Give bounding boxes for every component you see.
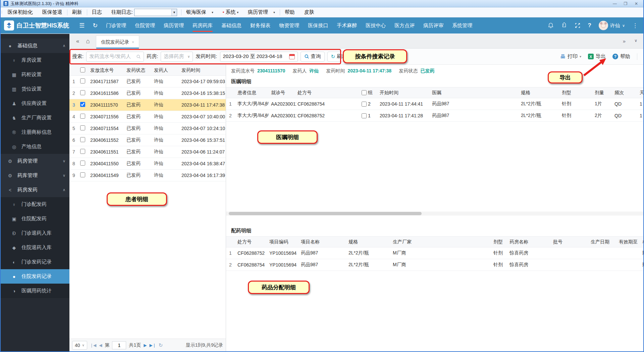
more-tabs-icon[interactable]: » [623,38,626,44]
sidebar-item-manufacturer[interactable]: ♞生产厂商设置 [1,111,69,125]
menu-log[interactable]: 日志 [87,7,107,17]
row-checkbox[interactable] [80,161,85,166]
nav-item-materials[interactable]: 物资管理 [275,17,304,34]
last-page-button[interactable]: ▶❘ [149,343,156,348]
menu-yibao-signout[interactable]: 医保签退 [38,7,67,17]
first-page-button[interactable]: ❘◀ [90,343,96,348]
menu-skin[interactable]: 皮肤 [300,7,319,17]
row-checkbox[interactable] [80,125,85,130]
row-checkbox[interactable] [80,90,85,95]
order-row-checkbox[interactable] [362,102,367,107]
location-icon: ◎ [11,144,17,150]
dispense-row[interactable]: 2 CF06288754 YP10015694 药品987 2L*2片/瓶 M厂… [226,259,643,271]
title-bar: 玉林测试医院(2.1.33) - 许仙 精神科 — ❐ ✕ [1,0,643,7]
nav-item-medrecord[interactable]: 病历管理 [159,17,188,34]
sidebar-group-storehouse-mgmt[interactable]: ⚙药库管理∨ [1,168,69,183]
table-row[interactable]: 923040411549已发药许仙2023-04-04 16:17:39 [69,170,226,181]
tab-list-icon[interactable]: ∨ [634,38,637,44]
maximize-button[interactable]: ❐ [621,1,630,6]
row-checkbox[interactable] [80,102,85,107]
menu-refresh[interactable]: 刷新 [67,7,87,17]
next-page-button[interactable]: ▶ [144,343,147,348]
prev-page-button[interactable]: ◀ [99,343,102,348]
nav-item-inpatient[interactable]: 住院管理 [130,17,159,34]
order-row[interactable]: 1 李大大/男/84岁 AA20230011 CF06288754 2 2023… [226,98,643,110]
sidebar-item-storeroom[interactable]: ♀库房设置 [1,53,69,67]
group-select-all-checkbox[interactable] [362,90,367,95]
search-input[interactable]: 发药流水号/发药人 [86,52,144,62]
kebab-menu-icon[interactable]: ⋮ [632,22,638,29]
table-row[interactable]: 423040711556已发药许仙2023-04-07 10:40:00 [69,111,226,123]
nav-item-basicinfo[interactable]: 基础信息 [217,17,246,34]
dispense-row[interactable]: 1 CF06288752 YP10015694 药品987 2L*2片/瓶 M厂… [226,247,643,259]
row-checkbox[interactable] [80,114,85,119]
back-chevrons-icon[interactable]: « [73,38,83,45]
sidebar-item-outpatient-dispense[interactable]: ♀门诊配发药 [1,197,69,212]
past-log-select[interactable]: ▼ [134,9,177,16]
sidebar-item-trademark[interactable]: ®注册商标信息 [1,125,69,139]
sidebar-item-outpatient-return[interactable]: Đ门诊退药入库 [1,226,69,240]
sidebar-group-dispensing[interactable]: <药房发药∧ [1,183,69,197]
hamburger-icon[interactable]: ☰ [75,22,89,29]
table-row[interactable]: 123041711587已发药许仙2023-04-17 09:59:03 [69,76,226,87]
menu-yinhai[interactable]: 银海医保 ▾ [181,7,218,17]
sidebar-item-shelf[interactable]: ▥货位设置 [1,82,69,96]
nav-item-surgery[interactable]: 手术麻醉 [332,17,361,34]
nav-item-insurance[interactable]: 医保接口 [304,17,332,34]
row-checkbox[interactable] [80,172,85,177]
bell-icon[interactable] [548,22,554,28]
nav-item-medtech[interactable]: 医技中心 [361,17,390,34]
order-row[interactable]: 2 李大大/男/84岁 AA20230011 CF06288752 1 2023… [226,110,643,122]
menu-record-mgmt[interactable]: 病历管理 ▾ [243,7,280,17]
sidebar-item-supplier[interactable]: ♟供应商设置 [1,96,69,111]
query-button[interactable]: 查询 [301,52,325,62]
sidebar-item-order-stats[interactable]: ◑医嘱用药统计 [1,284,69,298]
sidebar-item-inpatient-dispense[interactable]: ▣住院配发药 [1,212,69,226]
nav-item-review[interactable]: 医方点评 [390,17,419,34]
table-row-selected[interactable]: 323041111570已发药许仙2023-04-11 17:47:38 [69,99,226,111]
tag-icon[interactable] [561,22,567,28]
scrollbar-thumb[interactable] [229,212,422,215]
sidebar-item-inpatient-return[interactable]: ◆住院退药入库 [1,240,69,255]
minimize-button[interactable]: — [610,1,619,6]
sidebar-item-cabinet[interactable]: ▦药柜设置 [1,67,69,82]
date-range-input[interactable]: 2023-03-20 至 2023-04-18 [220,52,298,62]
sidebar-group-basic-info[interactable]: ●基础信息∧ [1,39,69,53]
sidebar-item-inpatient-record[interactable]: ●住院发药记录 [1,269,69,284]
table-row[interactable]: 823040411550已发药许仙2023-04-04 16:38:47 [69,158,226,170]
nav-item-sysmgmt[interactable]: 系统管理 [448,17,477,34]
order-row-checkbox[interactable] [362,113,367,118]
sidebar-item-origin[interactable]: ◎产地信息 [1,139,69,154]
row-checkbox[interactable] [80,78,85,83]
reload-icon[interactable]: ↻ [159,342,163,348]
pharmacy-select[interactable]: 选择药房∨ [161,52,193,62]
tab-inpatient-dispense-record[interactable]: 住院发药记录 × [96,36,139,48]
horizontal-scrollbar[interactable] [226,212,643,216]
table-row[interactable]: 623040611552已发药许仙2023-04-06 15:37:51 [69,134,226,146]
table-row[interactable]: 523040711554已发药许仙2023-04-07 10:24:10 [69,123,226,134]
table-row[interactable]: 223041611586已发药许仙2023-04-16 15:38:15 [69,87,226,99]
nav-help-icon[interactable]: ? [588,22,591,29]
sidebar-item-outpatient-record[interactable]: ◐门诊发药记录 [1,255,69,269]
menu-yibao-init[interactable]: 医保初始化 [3,7,38,17]
close-button[interactable]: ✕ [632,1,641,6]
nav-item-audit[interactable]: 病历评审 [419,17,448,34]
help-button[interactable]: ?帮助 [612,53,630,60]
row-checkbox[interactable] [80,149,85,154]
fullscreen-icon[interactable] [575,22,581,28]
page-size-select[interactable]: 40∨ [72,341,87,350]
tab-close-icon[interactable]: × [132,40,134,45]
row-checkbox[interactable] [80,137,85,142]
table-row[interactable]: 723040611551已发药许仙2023-04-06 11:24:07 [69,146,226,158]
user-menu[interactable]: 许仙 ∨ [599,21,625,30]
menu-system[interactable]: •系统▾ [218,7,243,17]
nav-refresh-icon[interactable]: ↻ [89,22,102,29]
select-all-checkbox[interactable] [79,65,89,76]
page-input[interactable] [112,341,126,349]
sidebar-group-pharmacy-mgmt[interactable]: ⚙药房管理∨ [1,154,69,168]
nav-item-outpatient[interactable]: 门诊管理 [102,17,130,34]
menu-help[interactable]: 帮助 [280,7,300,17]
home-icon[interactable]: ⌂ [83,38,93,45]
nav-item-pharmacy[interactable]: 药房药库 [188,17,217,34]
nav-item-finance[interactable]: 财务报表 [246,17,275,34]
